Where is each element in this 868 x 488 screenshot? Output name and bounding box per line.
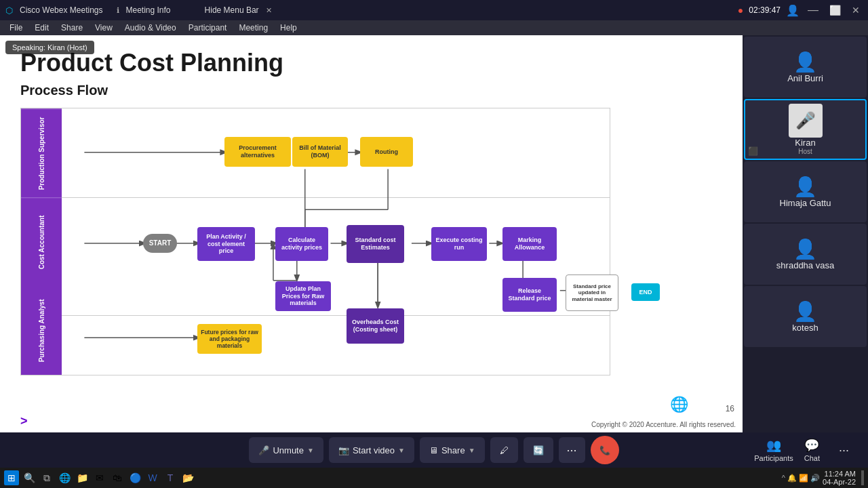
node-future-prices: Future prices for raw and packaging mate… [197, 324, 262, 354]
unmute-button[interactable]: 🎤 Unmute ▼ [249, 437, 323, 463]
meeting-info-label[interactable]: Meeting Info [126, 5, 171, 15]
participant-avatar-kotesh: 👤 [793, 300, 817, 323]
file-explorer-icon[interactable]: 📁 [75, 470, 90, 485]
start-video-label: Start video [353, 445, 395, 455]
annotate-icon: 🖊 [500, 445, 509, 455]
node-start: START [143, 234, 177, 253]
clock-time: 11:24 AM [823, 470, 856, 478]
chat-label: Chat [804, 454, 820, 462]
annotate-button[interactable]: 🖊 [490, 437, 518, 463]
node-calculate: Calculate activity prices [275, 227, 328, 261]
menu-view[interactable]: View [90, 22, 118, 34]
cisco-logo-icon: ⬡ [5, 5, 13, 16]
record-dot: ● [738, 5, 743, 16]
menu-audio-video[interactable]: Audio & Video [119, 22, 182, 34]
sync-icon: 🔄 [533, 445, 544, 455]
slide-footer: Copyright © 2020 Accenture. All rights r… [591, 421, 736, 428]
speaking-badge: Speaking: Kiran (Host) [5, 41, 94, 54]
show-desktop-btn[interactable] [861, 470, 864, 485]
node-release-standard: Release Standard price [502, 278, 557, 312]
participant-name-anil: Anil Burri [787, 73, 823, 83]
chat-button[interactable]: 💬 Chat [804, 438, 820, 462]
participant-card-himaja[interactable]: 👤 Himaja Gattu [744, 161, 867, 222]
maximize-button[interactable]: ⬜ [827, 5, 844, 16]
participant-avatar-himaja: 👤 [793, 176, 817, 198]
participant-avatar-shraddha: 👤 [793, 238, 817, 260]
files-icon[interactable]: 📂 [180, 470, 195, 485]
sync-button[interactable]: 🔄 [524, 437, 553, 463]
store-icon[interactable]: 🛍 [110, 470, 125, 485]
content-area: Speaking: Kiran (Host) Product Cost Plan… [0, 35, 743, 432]
search-icon[interactable]: 🔍 [22, 470, 37, 485]
row-label-purchasing: Purchasing Analyst [21, 287, 62, 375]
word-icon[interactable]: W [145, 470, 160, 485]
node-standard-price-master: Standard price updated in material maste… [566, 274, 618, 311]
app-name: Cisco Webex Meetings [20, 5, 103, 15]
slide-nav-arrow[interactable]: > [20, 414, 28, 428]
mail-icon[interactable]: ✉ [92, 470, 107, 485]
menu-share[interactable]: Share [56, 22, 88, 34]
task-view-icon[interactable]: ⧉ [39, 470, 54, 485]
share-caret[interactable]: ▼ [469, 447, 475, 454]
menu-meeting[interactable]: Meeting [233, 22, 273, 34]
flow-diagram: Production Supervisor Cost Accountant Pu… [20, 108, 610, 375]
menu-participant[interactable]: Participant [183, 22, 233, 34]
page-number: 16 [726, 404, 734, 413]
participant-name-kotesh: kotesh [792, 323, 818, 333]
mic-icon: 🎤 [258, 445, 269, 455]
start-button[interactable]: ⊞ [4, 470, 19, 485]
participants-label: Participants [754, 454, 793, 462]
bottom-right-controls: 👥 Participants 💬 Chat ··· [754, 437, 857, 463]
edge-icon[interactable]: 🌐 [57, 470, 72, 485]
participants-button[interactable]: 👥 Participants [754, 438, 793, 462]
menu-edit[interactable]: Edit [29, 22, 54, 34]
more-menu-button[interactable]: ··· [831, 437, 857, 463]
title-bar-right: ● 02:39:47 👤 — ⬜ ✕ [738, 4, 863, 17]
participant-card-kotesh[interactable]: 👤 kotesh [744, 286, 867, 347]
taskbar: ⊞ 🔍 ⧉ 🌐 📁 ✉ 🛍 🔵 W T 📂 ^ 🔔 📶 🔊 11:24 AM 0… [0, 468, 868, 488]
end-call-icon: 📞 [599, 445, 610, 455]
node-standard-cost: Standard cost Estimates [347, 225, 404, 263]
sidebar: 👤 Anil Burri 🎤 Kiran Host ⬛ 👤 Himaja Gat… [743, 35, 868, 432]
slide-content: Product Cost Planning Process Flow Produ… [0, 35, 743, 432]
menu-bar: File Edit Share View Audio & Video Parti… [0, 20, 868, 35]
menu-help[interactable]: Help [275, 22, 302, 34]
node-plan-activity: Plan Activity / cost element price [197, 227, 255, 261]
participant-card-anil[interactable]: 👤 Anil Burri [744, 37, 867, 98]
node-marking: Marking Allowance [502, 227, 557, 261]
node-end: END [631, 283, 660, 301]
chat-icon: 💬 [804, 438, 819, 453]
more-options-button[interactable]: ··· [559, 437, 585, 463]
main-layout: Speaking: Kiran (Host) Product Cost Plan… [0, 35, 868, 432]
title-bar: ⬡ Cisco Webex Meetings ℹ Meeting Info Hi… [0, 0, 868, 20]
slide-subtitle: Process Flow [20, 83, 722, 98]
menu-file[interactable]: File [4, 22, 28, 34]
chrome-icon[interactable]: 🔵 [127, 470, 142, 485]
hide-menu-label[interactable]: Hide Menu Bar [205, 5, 259, 15]
node-execute-costing: Execute costing run [431, 227, 487, 261]
bottom-bar: 🎤 Unmute ▼ 📷 Start video ▼ 🖥 Share ▼ 🖊 🔄… [0, 432, 868, 468]
unmute-caret[interactable]: ▼ [307, 447, 314, 454]
participants-icon: 👥 [766, 438, 781, 453]
slide-title: Product Cost Planning [20, 49, 722, 77]
start-video-button[interactable]: 📷 Start video ▼ [329, 437, 414, 463]
participant-name-himaja: Himaja Gattu [780, 198, 831, 208]
webex-watermark: 🌐 [670, 396, 688, 413]
clock-date: 04-Apr-22 [823, 478, 856, 486]
camera-icon: 📷 [338, 445, 349, 455]
row-labels: Production Supervisor Cost Accountant Pu… [21, 108, 62, 375]
end-call-button[interactable]: 📞 [591, 436, 619, 464]
close-button[interactable]: ✕ [849, 5, 863, 16]
teams-icon[interactable]: T [163, 470, 178, 485]
participant-avatar-kiran: 🎤 [789, 104, 823, 138]
share-button[interactable]: 🖥 Share ▼ [420, 437, 485, 463]
meeting-info-icon: ℹ [117, 6, 119, 15]
avatar-icon: 👤 [786, 4, 800, 17]
minimize-button[interactable]: — [805, 4, 821, 16]
participant-card-shraddha[interactable]: 👤 shraddha vasa [744, 224, 867, 285]
system-tray: ^ 🔔 📶 🔊 [782, 474, 820, 483]
node-procurement: Procurement alternatives [224, 137, 291, 167]
participant-card-kiran[interactable]: 🎤 Kiran Host ⬛ [744, 99, 867, 160]
video-caret[interactable]: ▼ [398, 447, 405, 454]
diagram-main: Procurement alternatives Bill of Materia… [62, 108, 610, 375]
